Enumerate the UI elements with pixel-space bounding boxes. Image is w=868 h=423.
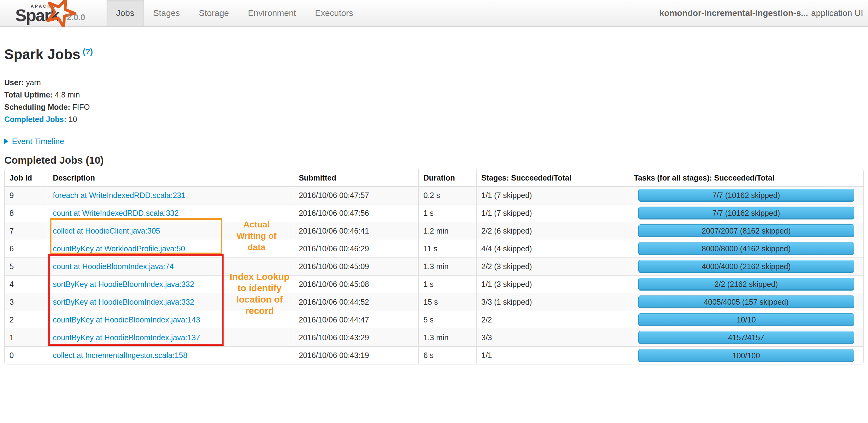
tab-executors[interactable]: Executors <box>306 0 363 26</box>
submitted-cell: 2016/10/06 00:46:29 <box>294 240 418 257</box>
job-id-cell: 5 <box>5 257 48 275</box>
tasks-cell: 2007/2007 (8162 skipped) <box>629 222 863 240</box>
tab-storage[interactable]: Storage <box>189 0 238 26</box>
event-timeline-toggle[interactable]: Event Timeline <box>4 136 64 147</box>
job-row: 4 sortByKey at HoodieBloomIndex.java:332… <box>5 275 863 293</box>
header-duration: Duration <box>418 169 476 186</box>
duration-cell: 5 s <box>418 311 476 329</box>
info-uptime-label: Total Uptime: <box>4 90 53 99</box>
duration-cell: 6 s <box>418 346 476 364</box>
application-ui-suffix: application UI <box>811 8 863 18</box>
spark-logo: APACHE Spark 2.0.0 <box>0 0 92 26</box>
info-user: User: yarn <box>4 76 864 89</box>
duration-cell: 1.3 min <box>418 257 476 275</box>
job-description-link[interactable]: collect at IncrementalIngestor.scala:158 <box>53 351 187 360</box>
info-user-value: yarn <box>26 78 41 87</box>
tab-stages[interactable]: Stages <box>144 0 189 26</box>
completed-jobs-link[interactable]: Completed Jobs: <box>4 115 66 123</box>
header-description: Description <box>48 169 294 186</box>
tasks-progress-bar: 100/100 <box>638 349 855 362</box>
stages-cell: 3/3 <box>476 329 629 346</box>
event-timeline-label: Event Timeline <box>12 136 64 147</box>
submitted-cell: 2016/10/06 00:45:08 <box>294 275 418 293</box>
completed-jobs-table-wrap: Job Id Description Submitted Duration St… <box>4 169 864 364</box>
stages-cell: 3/3 (1 skipped) <box>476 293 629 311</box>
job-description-cell: collect at HoodieClient.java:305 <box>48 222 294 240</box>
job-description-cell: collect at IncrementalIngestor.scala:158 <box>48 346 294 364</box>
job-description-link[interactable]: countByKey at HoodieBloomIndex.java:137 <box>53 333 200 342</box>
job-row: 6 countByKey at WorkloadProfile.java:50 … <box>5 240 863 257</box>
duration-cell: 1.2 min <box>418 222 476 240</box>
job-row: 9 foreach at WriteIndexedRDD.scala:231 2… <box>5 186 863 204</box>
completed-jobs-table: Job Id Description Submitted Duration St… <box>5 169 863 364</box>
job-id-cell: 2 <box>5 311 48 329</box>
job-id-cell: 7 <box>5 222 48 240</box>
job-description-cell: countByKey at WorkloadProfile.java:50 <box>48 240 294 257</box>
duration-cell: 1 s <box>418 204 476 222</box>
info-user-label: User: <box>4 78 24 87</box>
top-navbar: APACHE Spark 2.0.0 Jobs Stages Storage E… <box>0 0 868 27</box>
completed-jobs-heading: Completed Jobs (10) <box>4 154 864 166</box>
page-title: Spark Jobs(?) <box>4 44 864 62</box>
job-description-cell: count at WriteIndexedRDD.scala:332 <box>48 204 294 222</box>
job-description-cell: foreach at WriteIndexedRDD.scala:231 <box>48 186 294 204</box>
job-id-cell: 4 <box>5 275 48 293</box>
stages-cell: 2/2 <box>476 311 629 329</box>
tasks-progress-bar: 2/2 (2162 skipped) <box>638 278 855 290</box>
submitted-cell: 2016/10/06 00:46:41 <box>294 222 418 240</box>
tasks-cell: 10/10 <box>629 311 863 329</box>
job-id-cell: 9 <box>5 186 48 204</box>
job-description-link[interactable]: count at WriteIndexedRDD.scala:332 <box>53 209 179 217</box>
job-row: 3 sortByKey at HoodieBloomIndex.java:332… <box>5 293 863 311</box>
header-job-id: Job Id <box>5 169 48 186</box>
header-submitted: Submitted <box>294 169 418 186</box>
info-completed-jobs: Completed Jobs: 10 <box>4 113 864 125</box>
duration-cell: 0.2 s <box>418 186 476 204</box>
expand-arrow-icon <box>4 139 8 144</box>
job-description-link[interactable]: collect at HoodieClient.java:305 <box>53 227 160 235</box>
info-scheduling-mode-value: FIFO <box>72 103 90 111</box>
stages-cell: 1/1 <box>476 346 629 364</box>
job-description-link[interactable]: sortByKey at HoodieBloomIndex.java:332 <box>53 298 194 306</box>
summary-info: User: yarn Total Uptime: 4.8 min Schedul… <box>4 76 864 125</box>
stages-cell: 4/4 (4 skipped) <box>476 240 629 257</box>
job-description-link[interactable]: countByKey at HoodieBloomIndex.java:143 <box>53 315 200 324</box>
tasks-progress-bar: 7/7 (10162 skipped) <box>638 206 855 220</box>
info-uptime: Total Uptime: 4.8 min <box>4 89 864 101</box>
duration-cell: 1.3 min <box>418 329 476 346</box>
info-completed-jobs-value: 10 <box>69 115 77 123</box>
duration-cell: 11 s <box>418 240 476 257</box>
submitted-cell: 2016/10/06 00:44:52 <box>294 293 418 311</box>
application-name: komondor-incremental-ingestion-s... <box>659 8 808 18</box>
navbar-tabs: Jobs Stages Storage Environment Executor… <box>106 0 363 26</box>
duration-cell: 15 s <box>418 293 476 311</box>
job-description-link[interactable]: countByKey at WorkloadProfile.java:50 <box>53 244 185 253</box>
job-row: 5 count at HoodieBloomIndex.java:74 2016… <box>5 257 863 275</box>
table-header-row: Job Id Description Submitted Duration St… <box>5 169 863 186</box>
job-description-link[interactable]: count at HoodieBloomIndex.java:74 <box>53 262 174 271</box>
info-uptime-value: 4.8 min <box>55 90 80 99</box>
tasks-progress-label: 100/100 <box>732 351 760 360</box>
submitted-cell: 2016/10/06 00:45:09 <box>294 257 418 275</box>
tasks-progress-label: 4157/4157 <box>728 333 764 342</box>
job-row: 8 count at WriteIndexedRDD.scala:332 201… <box>5 204 863 222</box>
help-link[interactable]: (?) <box>83 47 93 56</box>
spark-jobs-page: APACHE Spark 2.0.0 Jobs Stages Storage E… <box>0 0 868 423</box>
stages-cell: 1/1 (7 skipped) <box>476 204 629 222</box>
tasks-cell: 4005/4005 (157 skipped) <box>629 293 863 311</box>
tasks-progress-label: 2007/2007 (8162 skipped) <box>702 227 791 235</box>
tab-environment[interactable]: Environment <box>238 0 305 26</box>
tab-jobs[interactable]: Jobs <box>106 0 144 26</box>
job-description-link[interactable]: foreach at WriteIndexedRDD.scala:231 <box>53 191 186 200</box>
info-scheduling-mode-label: Scheduling Mode: <box>4 103 70 111</box>
tasks-progress-bar: 4157/4157 <box>638 331 855 344</box>
submitted-cell: 2016/10/06 00:43:29 <box>294 329 418 346</box>
tasks-progress-label: 4000/4000 (2162 skipped) <box>702 262 791 271</box>
job-description-cell: countByKey at HoodieBloomIndex.java:137 <box>48 329 294 346</box>
tasks-progress-label: 8000/8000 (4162 skipped) <box>702 244 791 253</box>
tasks-cell: 7/7 (10162 skipped) <box>629 204 863 222</box>
page-title-text: Spark Jobs <box>4 46 80 62</box>
job-description-link[interactable]: sortByKey at HoodieBloomIndex.java:332 <box>53 280 194 288</box>
tasks-cell: 100/100 <box>629 346 863 364</box>
job-id-cell: 8 <box>5 204 48 222</box>
